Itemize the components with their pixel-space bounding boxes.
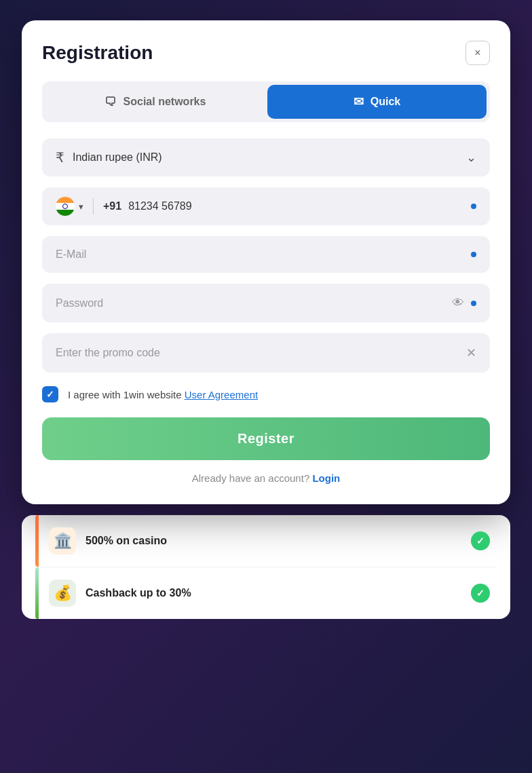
password-placeholder: Password xyxy=(56,297,445,309)
flag-chevron-icon: ▾ xyxy=(79,202,83,212)
phone-input[interactable]: 81234 56789 xyxy=(128,200,464,212)
country-selector[interactable]: ▾ xyxy=(56,197,83,216)
user-agreement-link[interactable]: User Agreement xyxy=(185,389,258,400)
field-divider xyxy=(93,198,94,214)
modal-title: Registration xyxy=(42,42,153,64)
checkmark-icon: ✓ xyxy=(46,389,54,400)
casino-icon: 🏛️ xyxy=(49,527,76,554)
currency-left: ₹ Indian rupee (INR) xyxy=(56,149,162,166)
promo-left: 💰 Cashback up to 30% xyxy=(49,580,191,607)
phone-prefix: +91 xyxy=(103,200,121,212)
login-row: Already have an account? Login xyxy=(42,472,490,484)
eye-icon[interactable]: 👁 xyxy=(452,296,464,310)
login-prompt-text: Already have an account? xyxy=(192,472,313,484)
required-dot xyxy=(471,252,476,257)
cashback-check-icon: ✓ xyxy=(471,584,490,603)
email-icon: ✉ xyxy=(354,94,364,109)
promo-casino: 🏛️ 500% on casino ✓ xyxy=(35,515,497,567)
india-flag xyxy=(56,197,75,216)
chevron-down-icon: ⌄ xyxy=(466,150,476,165)
clear-icon[interactable]: ✕ xyxy=(466,345,476,360)
promo-field[interactable]: Enter the promo code ✕ xyxy=(42,333,490,373)
modal-header: Registration × xyxy=(42,41,490,65)
promo-placeholder: Enter the promo code xyxy=(56,347,459,359)
login-link[interactable]: Login xyxy=(312,472,340,484)
close-button[interactable]: × xyxy=(466,41,490,65)
cashback-icon: 💰 xyxy=(49,580,76,607)
quick-tab-label: Quick xyxy=(370,96,400,108)
tab-container: 🗨 Social networks ✉ Quick xyxy=(42,81,490,122)
email-placeholder: E-Mail xyxy=(56,248,464,261)
tab-quick[interactable]: ✉ Quick xyxy=(267,85,487,119)
close-icon: × xyxy=(474,47,480,59)
casino-promo-text: 500% on casino xyxy=(86,535,167,547)
password-field[interactable]: Password 👁 xyxy=(42,284,490,322)
tab-social-networks[interactable]: 🗨 Social networks xyxy=(45,85,265,119)
email-field[interactable]: E-Mail xyxy=(42,236,490,273)
promotions-bar: 🏛️ 500% on casino ✓ 💰 Cashback up to 30%… xyxy=(22,515,510,619)
currency-selector[interactable]: ₹ Indian rupee (INR) ⌄ xyxy=(42,138,490,176)
required-dot xyxy=(471,204,476,209)
social-icon: 🗨 xyxy=(104,95,117,109)
promo-left: 🏛️ 500% on casino xyxy=(49,527,167,554)
phone-field: ▾ +91 81234 56789 xyxy=(42,187,490,225)
agreement-row: ✓ I agree with 1win website User Agreeme… xyxy=(42,386,490,402)
currency-label: Indian rupee (INR) xyxy=(73,151,162,164)
agreement-checkbox[interactable]: ✓ xyxy=(42,386,58,402)
social-tab-label: Social networks xyxy=(124,96,206,108)
register-button[interactable]: Register xyxy=(42,417,490,460)
promo-cashback: 💰 Cashback up to 30% ✓ xyxy=(35,567,497,619)
cashback-promo-text: Cashback up to 30% xyxy=(86,587,191,599)
rupee-icon: ₹ xyxy=(56,149,64,166)
registration-modal: Registration × 🗨 Social networks ✉ Quick… xyxy=(22,20,510,504)
required-dot xyxy=(471,301,476,306)
casino-check-icon: ✓ xyxy=(471,531,490,550)
agreement-text: I agree with 1win website User Agreement xyxy=(68,389,258,400)
